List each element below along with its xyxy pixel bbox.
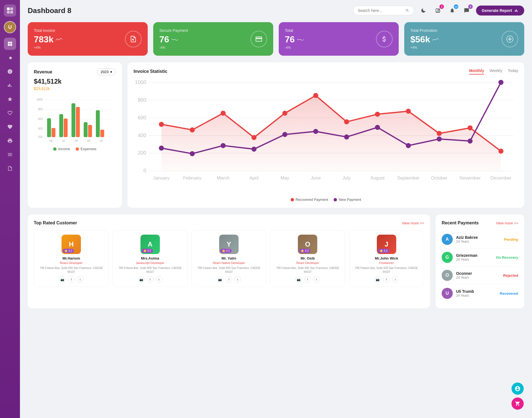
legend-recovered: Recovered Payment (291, 198, 328, 202)
customer-addr-3: 795 Folsom Ave, Suite 600 San Francisco,… (273, 266, 342, 274)
header-right: 2 12 5 Generate Report (353, 6, 524, 16)
revenue-sub-value: $25,612k (34, 86, 116, 91)
revenue-title: Revenue (34, 70, 52, 75)
twitter-icon-3[interactable]: t (313, 276, 320, 283)
sidebar-logo[interactable] (4, 4, 16, 17)
payment-info-0: Aziz Bakree 24 Years (456, 235, 501, 243)
svg-text:January: January (153, 175, 170, 180)
sidebar-item-heart-outline[interactable] (4, 107, 16, 119)
payments-view-more[interactable]: View more >> (496, 221, 518, 225)
svg-point-51 (282, 111, 287, 116)
svg-rect-0 (7, 7, 10, 10)
customer-addr-2: 795 Folsom Ave, Suite 600 San Francisco,… (194, 266, 264, 274)
sidebar-item-info[interactable] (4, 65, 16, 78)
svg-text:09: 09 (87, 139, 90, 142)
sidebar-item-star[interactable] (4, 93, 16, 105)
customer-grid: H ⭐ 4.2 Mr.Hariom React Developer 795 Fo… (34, 230, 424, 287)
payment-status-3: Recovered (500, 291, 518, 296)
customer-view-more[interactable]: View more >> (402, 221, 424, 225)
facebook-icon-0[interactable]: f (68, 276, 75, 283)
instagram-icon-3[interactable]: 📷 (295, 276, 302, 283)
revenue-chart-card: Revenue 2023 ▾ $41,512k $25,612k 1000 (28, 62, 122, 208)
facebook-icon-3[interactable]: f (304, 276, 311, 283)
fab-support[interactable] (511, 383, 524, 395)
twitter-icon-0[interactable]: t (77, 276, 83, 283)
payment-name-0: Aziz Bakree (456, 235, 501, 240)
sidebar-item-print[interactable] (4, 135, 16, 147)
twitter-icon-2[interactable]: t (234, 276, 241, 283)
instagram-icon-4[interactable]: 📷 (374, 276, 381, 283)
sidebar: U (0, 0, 20, 418)
svg-text:800: 800 (138, 97, 146, 103)
legend-new-payment: New Payment (334, 198, 361, 202)
search-box[interactable] (353, 6, 414, 15)
svg-rect-4 (8, 42, 10, 44)
rating-3: ⭐ 4.2 (299, 249, 310, 253)
svg-text:08: 08 (75, 139, 78, 142)
tab-monthly[interactable]: Monthly (469, 68, 484, 75)
svg-rect-21 (59, 114, 63, 137)
svg-text:November: November (460, 175, 481, 180)
svg-text:August: August (370, 175, 385, 180)
sidebar-item-list[interactable] (4, 148, 16, 161)
facebook-icon-1[interactable]: f (147, 276, 154, 283)
customer-card: Top Rated Customer View more >> H ⭐ 4.2 … (28, 214, 430, 308)
twitter-icon-4[interactable]: t (392, 276, 399, 283)
payment-age-1: 24 Years (456, 258, 493, 261)
sidebar-item-heart[interactable] (4, 121, 16, 133)
instagram-icon-0[interactable]: 📷 (59, 276, 66, 283)
tab-today[interactable]: Today (508, 68, 518, 75)
customer-item-0: H ⭐ 4.2 Mr.Hariom React Developer 795 Fo… (34, 230, 109, 287)
sidebar-item-doc[interactable] (4, 162, 16, 175)
svg-rect-7 (10, 44, 12, 46)
stat-value-promotion: $56k (410, 34, 430, 45)
customer-addr-1: 795 Folsom Ave, Suite 600 San Francisco,… (115, 266, 185, 274)
chat-badge: 5 (468, 4, 473, 9)
wallet-icon-btn[interactable]: 2 (433, 6, 443, 16)
stat-label-invoice: Total invoice (34, 28, 62, 33)
rating-2: ⭐ 4.2 (220, 249, 232, 253)
customer-name-3: Mr. Osib (273, 256, 342, 260)
sidebar-item-settings[interactable] (4, 52, 16, 64)
customer-item-1: A ⭐ 4.2 Mrs.Asima Javascript Developer 7… (112, 230, 187, 287)
svg-point-65 (344, 134, 349, 139)
facebook-icon-4[interactable]: f (383, 276, 390, 283)
instagram-icon-2[interactable]: 📷 (217, 276, 223, 283)
facebook-icon-2[interactable]: f (226, 276, 232, 283)
bell-badge: 12 (454, 4, 458, 9)
payment-item-2: O Oconner 24 Years Rejected (442, 266, 518, 284)
instagram-icon-1[interactable]: 📷 (138, 276, 145, 283)
wallet-badge: 2 (439, 4, 444, 9)
sidebar-item-dashboard[interactable] (4, 38, 16, 50)
search-input[interactable] (358, 8, 403, 13)
svg-text:March: March (217, 175, 229, 180)
customer-role-1: Javascript Developer (115, 261, 185, 265)
sidebar-item-analytics[interactable] (4, 79, 16, 91)
generate-report-button[interactable]: Generate Report (476, 6, 524, 16)
svg-text:February: February (183, 175, 202, 180)
trend-icon-invoice (56, 37, 62, 42)
svg-point-63 (282, 132, 287, 137)
dark-mode-toggle[interactable] (418, 6, 428, 16)
chat-icon-btn[interactable]: 5 (462, 6, 472, 16)
user-avatar[interactable]: U (4, 21, 16, 33)
svg-point-66 (375, 125, 380, 130)
tab-weekly[interactable]: Weekly (490, 68, 502, 75)
svg-rect-25 (84, 122, 88, 137)
year-select[interactable]: 2023 ▾ (97, 68, 116, 75)
customer-name-0: Mr.Hariom (36, 256, 106, 260)
customer-header: Top Rated Customer View more >> (34, 220, 424, 225)
twitter-icon-1[interactable]: t (156, 276, 162, 283)
invoice-tabs: Monthly Weekly Today (469, 68, 518, 75)
svg-text:06: 06 (49, 139, 53, 142)
customer-addr-4: 795 Folsom Ave, Suite 600 San Francisco,… (352, 266, 421, 274)
svg-text:200: 200 (38, 135, 43, 139)
svg-point-59 (159, 146, 164, 151)
fab-cart[interactable] (511, 398, 524, 410)
stat-icon-total (376, 31, 393, 47)
bell-icon-btn[interactable]: 12 (447, 6, 457, 16)
stat-card-total: Total 76 -4% (279, 22, 399, 56)
trend-icon-payment (172, 37, 178, 42)
stat-trend-total: -4% (285, 46, 304, 50)
svg-text:1000: 1000 (135, 79, 146, 85)
